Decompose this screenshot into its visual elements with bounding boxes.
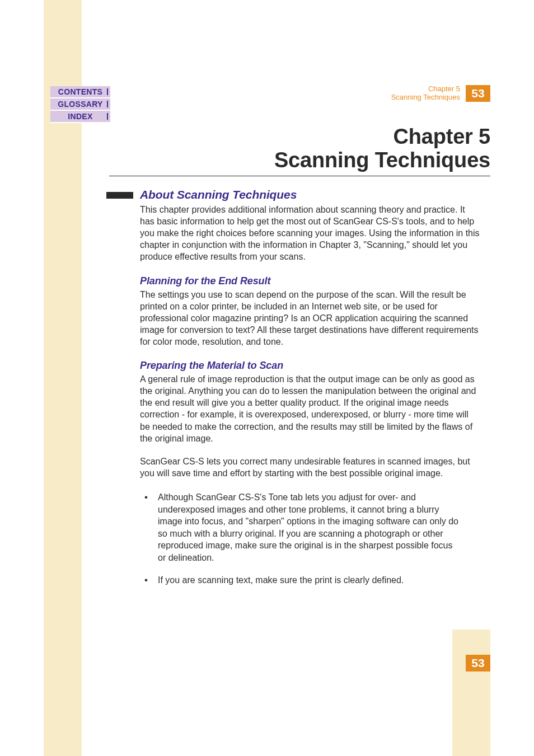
header-chapter-title: Scanning Techniques <box>391 93 460 102</box>
content-area: About Scanning Techniques This chapter p… <box>140 188 481 596</box>
chapter-heading: Chapter 5 Scanning Techniques <box>109 125 490 176</box>
list-item: Although ScanGear CS-S's Tone tab lets y… <box>140 491 481 564</box>
body-planning: The settings you use to scan depend on t… <box>140 289 481 348</box>
body-preparing-1: A general rule of image reproduction is … <box>140 373 481 444</box>
nav-tab-index[interactable]: INDEX <box>50 111 110 123</box>
chapter-title-line2: Scanning Techniques <box>274 148 490 172</box>
nav-tab-glossary[interactable]: GLOSSARY <box>50 98 110 111</box>
page-number-badge-top: 53 <box>466 85 490 102</box>
nav-tab-contents[interactable]: CONTENTS <box>50 86 110 98</box>
page-number-badge-bottom: 53 <box>466 655 490 672</box>
header-chapter-number: Chapter 5 <box>391 85 460 93</box>
subheading-planning: Planning for the End Result <box>140 275 481 287</box>
body-preparing-2: ScanGear CS-S lets you correct many unde… <box>140 456 481 479</box>
body-about: This chapter provides additional informa… <box>140 204 481 263</box>
subheading-preparing: Preparing the Material to Scan <box>140 360 481 372</box>
nav-tabs: CONTENTS GLOSSARY INDEX <box>50 86 110 123</box>
list-item: If you are scanning text, make sure the … <box>140 574 481 586</box>
right-sidebar-strip <box>452 630 490 756</box>
page-header-right: Chapter 5 Scanning Techniques 53 <box>391 85 490 102</box>
preparing-bullet-list: Although ScanGear CS-S's Tone tab lets y… <box>140 491 481 586</box>
header-chapter-label: Chapter 5 Scanning Techniques <box>391 85 460 102</box>
section-heading-about: About Scanning Techniques <box>140 188 481 201</box>
chapter-title: Chapter 5 Scanning Techniques <box>109 125 490 172</box>
chapter-title-line1: Chapter 5 <box>394 125 490 148</box>
